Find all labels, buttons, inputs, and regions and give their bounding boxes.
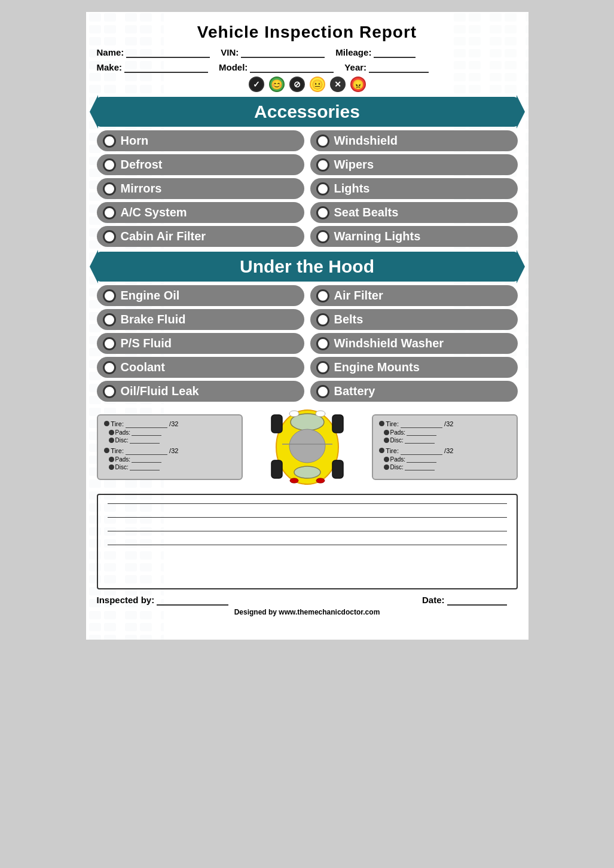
check-dot[interactable] [316,313,329,326]
list-item: Windshield Washer [310,333,518,354]
model-label: Model: [219,62,248,72]
inspected-by-field: Inspected by: [97,594,229,606]
list-item: Mirrors [97,178,304,199]
check-dot[interactable] [103,361,116,374]
tire-value[interactable] [401,420,442,428]
check-dot[interactable] [316,289,329,302]
list-item: Horn [97,130,304,151]
list-item: Oil/Fluid Leak [97,381,304,402]
check-dot[interactable] [103,385,116,398]
pads-sub: Pads: [384,456,511,463]
check-dot[interactable] [103,337,116,350]
svg-point-27 [316,411,325,417]
check-dot[interactable] [316,361,329,374]
list-item: Wipers [310,154,518,175]
check-dot[interactable] [316,337,329,350]
list-item: Battery [310,381,518,402]
tire-panel-left: Tire: /32 Pads: Disc: Tire: /32 [97,414,243,480]
legend-fair-face: 😐 [310,77,325,92]
check-dot[interactable] [103,182,116,195]
svg-point-28 [290,478,298,483]
inspected-by-input[interactable] [157,594,228,606]
small-dot [384,430,389,435]
check-dot[interactable] [316,206,329,219]
date-label: Date: [422,595,445,605]
year-field: Year: [344,62,429,73]
check-dot[interactable] [103,135,116,148]
mileage-field: Mileage: [335,47,416,58]
svg-rect-23 [332,415,343,433]
check-dot[interactable] [316,158,329,172]
disc-value[interactable] [130,463,160,470]
mileage-input[interactable] [374,47,416,58]
footer-credit: Designed by www.themechanicdoctor.com [97,608,518,616]
mileage-label: Mileage: [335,47,371,57]
vin-input[interactable] [241,47,325,58]
car-diagram [248,405,367,489]
list-item: Engine Mounts [310,357,518,378]
date-input[interactable] [447,594,507,606]
make-input[interactable] [124,62,208,73]
disc-value[interactable] [405,436,435,444]
pads-value[interactable] [132,456,161,463]
make-label: Make: [97,62,123,72]
check-dot[interactable] [316,182,329,195]
model-input[interactable] [250,62,334,73]
small-dot [379,421,384,426]
tire-value[interactable] [126,420,167,428]
check-dot[interactable] [103,230,116,243]
notes-line-2 [108,517,507,518]
small-dot [109,457,114,462]
svg-rect-25 [332,460,343,478]
name-input[interactable] [126,47,210,58]
legend-row: ✓ 😊 ⊘ 😐 ✕ 😠 [97,77,518,92]
check-dot[interactable] [103,313,116,326]
check-dot[interactable] [103,158,116,172]
legend-good-check: ✓ [249,77,264,92]
form-row-2: Make: Model: Year: [97,62,518,73]
year-input[interactable] [369,62,429,73]
vin-field: VIN: [221,47,325,58]
legend-bad-x: ✕ [330,77,346,92]
vehicle-inspection-report: Vehicle Inspection Report Name: VIN: Mil… [86,12,529,640]
accessories-banner: Accessories [97,97,518,127]
pads-sub: Pads: [109,429,236,436]
small-dot [384,457,389,462]
pads-value[interactable] [132,429,161,436]
tire-entry-rl: Tire: /32 Pads: Disc: [104,447,236,470]
legend-fair-slash: ⊘ [289,77,305,92]
pads-sub: Pads: [109,456,236,463]
pads-value[interactable] [407,456,436,463]
svg-point-29 [316,478,325,483]
tire-section: Tire: /32 Pads: Disc: Tire: /32 [97,405,518,489]
small-dot [104,448,109,453]
list-item: Cabin Air Filter [97,226,304,247]
list-item: Windshield [310,130,518,151]
tire-label: Tire: /32 [104,420,236,428]
disc-value[interactable] [130,436,160,444]
tire-entry-rr: Tire: /32 Pads: Disc: [379,447,511,470]
check-dot[interactable] [316,230,329,243]
legend-bad-face: 😠 [350,77,366,92]
pads-value[interactable] [407,429,436,436]
notes-line-3 [108,531,507,531]
tire-panel-right: Tire: /32 Pads: Disc: Tire: /32 [372,414,518,480]
list-item: Coolant [97,357,304,378]
notes-line-4 [108,545,507,545]
disc-sub: Disc: [109,436,236,444]
disc-value[interactable] [405,463,435,470]
check-dot[interactable] [316,135,329,148]
make-field: Make: [97,62,209,73]
neutral-icon: 😐 [310,77,325,92]
accessories-grid: Horn Windshield Defrost Wipers Mirrors L… [97,130,518,247]
tire-value[interactable] [126,447,167,455]
tire-value[interactable] [401,447,442,455]
tire-entry-fr: Tire: /32 Pads: Disc: [379,420,511,444]
check-dot[interactable] [103,289,116,302]
footer-row: Inspected by: Date: [97,594,518,606]
tire-label: Tire: /32 [104,447,236,455]
check-dot[interactable] [103,206,116,219]
check-dot[interactable] [316,385,329,398]
notes-box[interactable] [97,494,518,589]
list-item: Belts [310,309,518,330]
